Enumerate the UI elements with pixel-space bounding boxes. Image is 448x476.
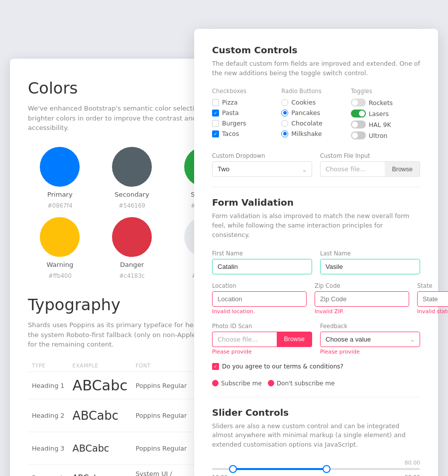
photo-error: Please provide — [212, 349, 312, 355]
slider-1-right-label: 80.00 — [405, 460, 420, 466]
form-validation-desc: Form validation is also improved to matc… — [212, 212, 420, 239]
photo-file-group: Choose file... Browse — [212, 332, 312, 347]
slider-1-right-val: 80.00 — [405, 474, 420, 476]
slider-1-thumb1[interactable] — [229, 465, 237, 473]
toggle-lasers[interactable]: Lasers — [351, 110, 420, 118]
first-name-label: First Name — [212, 250, 312, 257]
rd-milkshake[interactable] — [281, 130, 288, 137]
checkbox-tacos[interactable]: ✓ Tacos — [212, 130, 281, 137]
first-name-input[interactable] — [212, 259, 312, 274]
toggle-rockets[interactable]: Rockets — [351, 99, 420, 107]
terms-checkbox-group[interactable]: ✓ Do you agree to our terms & conditions… — [212, 363, 343, 370]
slider-1-values: 10.00 80.00 — [212, 474, 420, 476]
photo-id-group: Photo ID Scan Choose file... Browse Plea… — [212, 323, 312, 355]
cb-burgers[interactable] — [212, 120, 219, 127]
checkboxes-col: Checkboxes Pizza ✓ Pasta Burgers ✓ Tacos — [212, 88, 281, 142]
typo-col-example: EXAMPLE — [69, 359, 132, 372]
file-input-text: Choose file... — [320, 161, 385, 177]
slider-1-track[interactable] — [212, 468, 420, 470]
radio-chocolate[interactable]: Chocolate — [281, 119, 350, 127]
checkbox-pasta[interactable]: ✓ Pasta — [212, 109, 281, 117]
dont-subscribe-option[interactable]: Don't subscribe me — [268, 380, 335, 387]
slider-title: Slider Controls — [212, 407, 420, 418]
subscribe-label: Subscribe me — [221, 380, 262, 387]
custom-dropdown[interactable]: One Two Three — [212, 161, 312, 177]
location-input[interactable] — [212, 291, 307, 307]
location-label: Location — [212, 282, 307, 289]
terms-text: Do you agree to our terms & conditions? — [222, 363, 343, 370]
toggle-hal9k[interactable]: HAL 9K — [351, 120, 420, 128]
subscribe-options: Subscribe me Don't subscribe me — [212, 380, 335, 387]
photo-file-text: Choose file... — [212, 332, 277, 347]
color-circle-danger — [112, 217, 152, 257]
feedback-wrapper: Choose a value — [320, 332, 420, 347]
feedback-select[interactable]: Choose a value — [320, 332, 420, 347]
color-circle-warning — [40, 217, 80, 257]
rd-chocolate[interactable] — [281, 120, 288, 127]
dropdown-file-row: Custom Dropdown One Two Three Custom Fil… — [212, 152, 420, 177]
file-col: Custom File Input Choose file... Browse — [320, 152, 420, 177]
color-swatch-primary: Primary #0867f4 — [28, 147, 92, 209]
state-input[interactable] — [417, 291, 448, 307]
radio-cookies[interactable]: Cookies — [281, 99, 350, 106]
radio-buttons-col: Radio Buttons Cookies Pancakes Chocolate… — [281, 88, 350, 142]
last-name-input[interactable] — [320, 259, 420, 274]
feedback-group: Feedback Choose a value Please provide — [320, 323, 420, 355]
typo-col-font: FONT — [131, 359, 196, 372]
custom-controls-desc: The default custom form fields are impro… — [212, 59, 420, 78]
slider-1-left-val: 10.00 — [212, 474, 227, 476]
ts-ultron[interactable] — [351, 131, 366, 139]
browse-button[interactable]: Browse — [385, 161, 420, 177]
radio-pancakes[interactable]: Pancakes — [281, 109, 350, 117]
color-swatch-warning: Warning #ffb400 — [28, 217, 92, 279]
feedback-label: Feedback — [320, 323, 420, 330]
dropdown-wrapper: One Two Three — [212, 161, 312, 177]
terms-checkbox[interactable]: ✓ — [212, 363, 219, 370]
slider-1-labels: 80.00 — [212, 460, 420, 466]
checkbox-pizza[interactable]: Pizza — [212, 99, 281, 106]
cb-pizza[interactable] — [212, 99, 219, 106]
ts-lasers[interactable] — [351, 110, 366, 118]
zip-label: Zip Code — [315, 282, 409, 289]
ts-hal9k[interactable] — [351, 120, 366, 128]
custom-dropdown-label: Custom Dropdown — [212, 152, 312, 159]
color-swatch-secondary: Secondary #546169 — [100, 147, 164, 209]
last-name-label: Last Name — [320, 250, 420, 257]
zip-input[interactable] — [315, 291, 409, 307]
zip-error: Invalid ZIP. — [315, 308, 409, 315]
subscribe-option[interactable]: Subscribe me — [212, 380, 262, 387]
rd-cookies[interactable] — [281, 99, 288, 106]
color-circle-secondary — [112, 147, 152, 187]
subscribe-radio[interactable] — [212, 380, 219, 386]
last-name-group: Last Name — [320, 250, 420, 274]
toggles-label: Toggles — [351, 88, 420, 95]
state-error: Invalid state. — [417, 308, 448, 315]
location-error: Invalid location. — [212, 308, 307, 315]
checkboxes-label: Checkboxes — [212, 88, 281, 95]
location-row: Location Invalid location. Zip Code Inva… — [212, 282, 420, 315]
divider-1 — [212, 187, 420, 187]
state-label: State — [417, 282, 448, 289]
radio-buttons-label: Radio Buttons — [281, 88, 350, 95]
controls-grid: Checkboxes Pizza ✓ Pasta Burgers ✓ Tacos — [212, 88, 420, 142]
ts-rockets[interactable] — [351, 99, 366, 107]
color-swatch-danger: Danger #c4183c — [100, 217, 164, 279]
slider-desc: Sliders are also a new custom control an… — [212, 422, 420, 450]
right-card: Custom Controls The default custom form … — [194, 29, 438, 476]
toggles-col: Toggles Rockets Lasers HAL 9K Ultron — [351, 88, 420, 142]
toggle-ultron[interactable]: Ultron — [351, 131, 420, 139]
radio-milkshake[interactable]: Milkshake — [281, 130, 350, 137]
photo-id-label: Photo ID Scan — [212, 323, 312, 330]
cb-pasta[interactable]: ✓ — [212, 110, 219, 117]
slider-1-thumb2[interactable] — [323, 465, 331, 473]
cb-tacos[interactable]: ✓ — [212, 130, 219, 137]
photo-browse-button[interactable]: Browse — [277, 332, 312, 347]
form-validation-title: Form Validation — [212, 197, 420, 208]
checkbox-burgers[interactable]: Burgers — [212, 119, 281, 127]
rd-pancakes[interactable] — [281, 110, 288, 117]
terms-row: ✓ Do you agree to our terms & conditions… — [212, 363, 420, 387]
slider-1-fill — [233, 468, 327, 470]
name-row: First Name Last Name — [212, 250, 420, 274]
dont-subscribe-label: Don't subscribe me — [277, 380, 335, 387]
dont-subscribe-radio[interactable] — [268, 380, 274, 386]
